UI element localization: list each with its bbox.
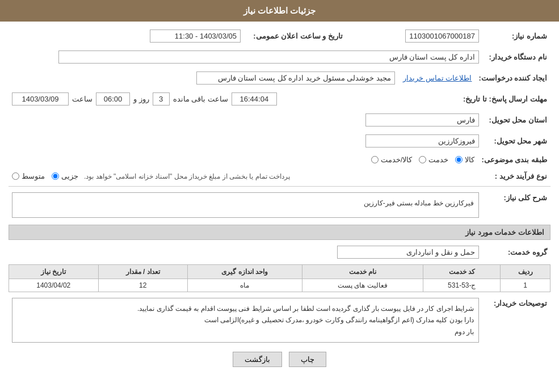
announcement-date-label: تاریخ و ساعت اعلان عمومی: <box>244 27 346 45</box>
need-number-value: 1103001067000187 <box>405 29 479 43</box>
cell-row-num: 1 <box>501 279 550 292</box>
category-option-kala[interactable]: کالا <box>455 155 474 164</box>
buyer-org-value: اداره کل پست استان فارس <box>58 50 479 64</box>
need-description-label: شرح کلی نیاز: <box>482 190 550 220</box>
purchase-type-jozii[interactable]: جزیی <box>52 172 78 180</box>
back-button[interactable]: بازگشت <box>233 352 282 367</box>
category-radio-group: کالا/خدمت خدمت کالا <box>371 155 475 164</box>
cell-quantity: 12 <box>98 279 187 292</box>
city-value: فیروزکارزین <box>365 134 479 147</box>
response-days: 3 <box>153 92 170 106</box>
province-label: استان محل تحویل: <box>482 111 550 129</box>
response-time-label: ساعت <box>72 95 93 103</box>
buyer-org-label: نام دستگاه خریدار: <box>482 48 550 66</box>
purchase-type-label: نوع فرآیند خرید : <box>482 170 550 183</box>
col-need-date: تاریخ نیاز <box>9 265 99 279</box>
cell-need-date: 1403/04/02 <box>9 279 99 292</box>
requester-contact-link[interactable]: اطلاعات تماس خریدار <box>403 74 472 82</box>
response-date: 1403/03/09 <box>12 92 69 106</box>
response-time: 06:00 <box>96 92 130 106</box>
category-option-kala-khadamat[interactable]: کالا/خدمت <box>371 155 413 164</box>
city-label: شهر محل تحویل: <box>482 132 550 150</box>
services-table: ردیف کد خدمت نام خدمت واحد اندازه گیری ت… <box>9 264 550 292</box>
response-day-label: روز و <box>133 95 149 103</box>
service-group-label: گروه خدمت: <box>482 243 550 261</box>
announcement-date-value: 1403/03/05 - 11:30 <box>150 29 241 43</box>
remaining-label: ساعت باقی مانده <box>173 95 228 103</box>
print-button[interactable]: چاپ <box>289 352 326 367</box>
remaining-time: 16:44:04 <box>232 92 277 106</box>
page-title: جزئیات اطلاعات نیاز <box>243 6 316 15</box>
cell-service-code: ج-53-531 <box>423 279 501 292</box>
need-description-value: فیرکارزین خط مبادله بستی فیر-کارزین <box>12 192 479 218</box>
cell-unit: ماه <box>187 279 302 292</box>
service-group-value: حمل و نقل و انبارداری <box>337 246 479 259</box>
col-service-name: نام خدمت <box>302 265 423 279</box>
services-info-title: اطلاعات خدمات مورد نیاز <box>9 225 550 240</box>
purchase-type-motavaset[interactable]: متوسط <box>12 172 45 180</box>
buyer-desc-value: شرایط اجرای کار در فایل پیوست بار گذاری … <box>12 298 479 343</box>
need-number-label: شماره نیاز: <box>482 27 550 45</box>
page-header: جزئیات اطلاعات نیاز <box>0 0 559 22</box>
requester-label: ایجاد کننده درخواست: <box>475 69 550 87</box>
category-option-khadamat[interactable]: خدمت <box>419 155 448 164</box>
col-service-code: کد خدمت <box>423 265 501 279</box>
province-value: فارس <box>365 113 479 127</box>
col-row-num: ردیف <box>501 265 550 279</box>
requester-value: مجید خوشدلی مسئول خرید اداره کل پست استا… <box>196 71 395 85</box>
table-row: 1 ج-53-531 فعالیت های پست ماه 12 1403/04… <box>9 279 550 292</box>
button-row: چاپ بازگشت <box>9 352 550 367</box>
col-quantity: تعداد / مقدار <box>98 265 187 279</box>
purchase-type-radio-group: متوسط جزیی <box>12 172 78 180</box>
category-label: طبقه بندی موضوعی: <box>478 153 550 166</box>
buyer-desc-label: توصیحات خریدار: <box>482 296 550 345</box>
purchase-type-note: پرداخت تمام یا بخشی از مبلغ خریداز محل "… <box>84 172 290 180</box>
cell-service-name: فعالیت های پست <box>302 279 423 292</box>
col-unit: واحد اندازه گیری <box>187 265 302 279</box>
response-deadline-label: مهلت ارسال پاسخ: تا تاریخ: <box>460 90 550 108</box>
